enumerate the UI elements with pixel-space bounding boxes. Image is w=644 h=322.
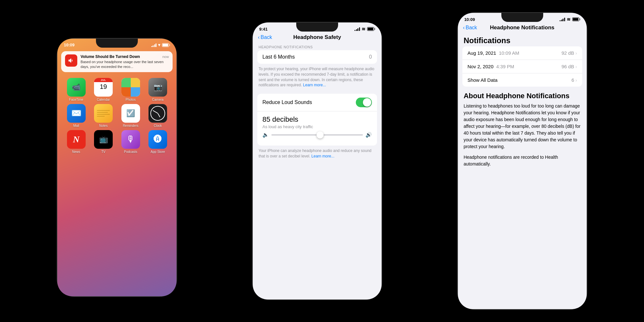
app-row-3: N News 📺 TV 🎙 Podcasts: [62, 130, 171, 154]
section-label-2: HEADPHONE NOTIFICATIONS: [253, 43, 382, 50]
phone-headphone-notifs: 10:09 ≋ ‹: [458, 13, 587, 309]
app-reminders-label: Reminders: [123, 124, 138, 128]
app-camera-label: Camera: [152, 98, 164, 101]
last-6-months-row[interactable]: Last 6 Months 0: [257, 50, 377, 64]
phone-headphone-safety: 9:41 ≋ ‹: [253, 23, 382, 299]
calendar-month: JUL: [94, 78, 113, 82]
phone-safety-screen: 9:41 ≋ ‹: [253, 23, 382, 299]
nav-title-2: Headphone Safety: [293, 34, 341, 41]
back-button-2[interactable]: ‹ Back: [258, 34, 272, 40]
app-photos[interactable]: Photos: [119, 78, 142, 101]
notifications-section-title: Notifications: [458, 33, 587, 46]
app-podcasts[interactable]: 🎙 Podcasts: [119, 130, 142, 154]
signal-icon-1: [151, 43, 157, 47]
notif-time: now: [162, 55, 169, 59]
show-all-count: 6 ›: [572, 77, 577, 83]
volume-icon: [68, 57, 75, 64]
notif-body: Based on your headphone usage over the l…: [80, 60, 169, 69]
notif-row1-date: Aug 19, 2021 10:09 AM: [468, 50, 519, 56]
app-calendar[interactable]: JUL 19 Calendar: [92, 78, 115, 101]
battery-icon-3: [572, 17, 580, 21]
app-news-label: News: [72, 150, 80, 154]
about-text-2: Headphone notifications are recorded to …: [458, 154, 587, 171]
app-row-2: ✉️ Mail: [62, 104, 171, 128]
phone-notifs-screen: 10:09 ≋ ‹: [458, 13, 587, 309]
battery-icon-1: [162, 43, 170, 47]
time-3: 10:09: [464, 17, 475, 22]
slider-track: [271, 134, 363, 136]
learn-more-link-2[interactable]: Learn more...: [311, 154, 334, 158]
app-calendar-label: Calendar: [97, 98, 110, 101]
app-facetime[interactable]: 📹 FaceTime: [65, 78, 88, 101]
notif-row1-db: 92 dB ›: [562, 50, 577, 56]
volume-slider[interactable]: 🔈 🔊: [262, 129, 372, 142]
reduce-loud-toggle[interactable]: [356, 98, 372, 107]
app-appstore[interactable]: 🅐 App Store: [146, 130, 169, 154]
chevron-1: ›: [575, 51, 577, 56]
app-appstore-label: App Store: [151, 150, 165, 154]
wifi-icon-1: ▾: [158, 43, 160, 47]
slider-fill: [271, 134, 322, 136]
app-clock[interactable]: Clock: [146, 104, 169, 128]
vol-low-icon: 🔈: [262, 132, 269, 138]
time-1: 10:09: [64, 43, 74, 47]
back-label-2: Back: [260, 34, 272, 40]
notif-app-icon: [65, 54, 77, 67]
toggle-thumb: [363, 98, 371, 107]
back-chevron-3: ‹: [463, 25, 465, 31]
reduce-loud-row[interactable]: Reduce Loud Sounds: [257, 94, 377, 111]
app-mail[interactable]: ✉️ Mail: [65, 104, 88, 128]
notif-row-1[interactable]: Aug 19, 2021 10:09 AM 92 dB ›: [462, 46, 582, 60]
phone-home: 10:09 ▾: [57, 39, 176, 296]
app-row-1: 📹 FaceTime JUL 19 Calendar: [62, 78, 171, 101]
app-facetime-label: FaceTime: [69, 98, 83, 101]
vol-high-icon: 🔊: [365, 132, 372, 138]
notif-row2-date: Nov 2, 2020 4:39 PM: [468, 64, 514, 69]
decibel-value: 85 decibels: [262, 115, 298, 124]
headphone-description: To protect your hearing, your iPhone wil…: [253, 64, 382, 90]
wifi-icon-3: ≋: [567, 17, 571, 22]
about-text: Listening to headphones too loud for too…: [458, 103, 587, 154]
back-button-3[interactable]: ‹ Back: [463, 25, 477, 31]
app-tv[interactable]: 📺 TV: [92, 130, 115, 154]
about-title: About Headphone Notifications: [458, 87, 587, 103]
last-6-months-card: Last 6 Months 0: [257, 50, 377, 64]
notif-row-2[interactable]: Nov 2, 2020 4:39 PM 96 dB ›: [462, 60, 582, 73]
learn-more-link-1[interactable]: Learn more...: [303, 83, 326, 87]
notif-content: Volume Should Be Turned Down now Based o…: [80, 54, 169, 69]
status-icons-1: ▾: [151, 43, 170, 47]
app-notes-label: Notes: [99, 124, 108, 128]
home-grid: 📹 FaceTime JUL 19 Calendar: [57, 75, 176, 159]
notification-banner[interactable]: Volume Should Be Turned Down now Based o…: [61, 51, 173, 72]
notch-1: [96, 39, 138, 48]
app-notes[interactable]: Notes: [92, 104, 115, 128]
phone-home-screen: 10:09 ▾: [57, 39, 176, 296]
app-reminders[interactable]: ☑️ Reminders: [119, 104, 142, 128]
decibel-sub: As loud as heavy city traffic: [262, 124, 313, 129]
app-camera[interactable]: 📷 Camera: [146, 78, 169, 101]
notif-title: Volume Should Be Turned Down: [80, 54, 140, 59]
decibels-row: 85 decibels As loud as heavy city traffi…: [257, 111, 377, 146]
app-news[interactable]: N News: [65, 130, 88, 154]
signal-icon-3: [560, 17, 565, 21]
app-photos-label: Photos: [126, 98, 136, 101]
chevron-2: ›: [575, 64, 577, 69]
time-2: 9:41: [259, 27, 268, 32]
back-chevron-2: ‹: [258, 34, 260, 40]
notifications-card: Aug 19, 2021 10:09 AM 92 dB › Nov 2, 202…: [462, 46, 582, 87]
chevron-3: ›: [575, 78, 577, 83]
signal-icon-2: [355, 27, 360, 31]
app-clock-label: Clock: [154, 124, 162, 128]
nav-bar-3: ‹ Back Headphone Notifications: [458, 23, 587, 33]
decibel-description: Your iPhone can analyze headphone audio …: [253, 146, 382, 162]
notif-row2-db: 96 dB ›: [562, 64, 577, 69]
back-label-3: Back: [466, 25, 477, 31]
reduce-loud-sounds-section: Reduce Loud Sounds 85 decibels As loud a…: [253, 94, 382, 162]
battery-icon-2: [367, 27, 375, 31]
slider-thumb[interactable]: [317, 131, 324, 138]
last-6-months-value: 0: [369, 54, 372, 60]
status-icons-3: ≋: [560, 17, 580, 22]
show-all-row[interactable]: Show All Data 6 ›: [462, 73, 582, 87]
app-mail-label: Mail: [73, 124, 79, 128]
last-6-months-label: Last 6 Months: [262, 54, 295, 60]
